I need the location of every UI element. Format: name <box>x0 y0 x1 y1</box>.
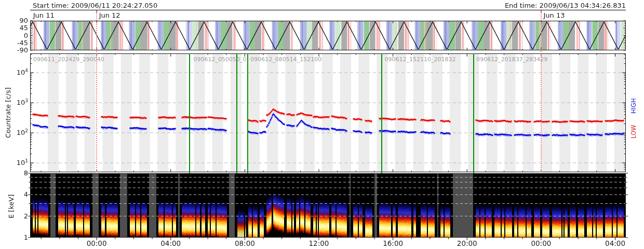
series-label-high: HIGH <box>630 98 637 114</box>
countrate-ytick-label: 103 <box>17 98 28 106</box>
scan-ytick-label: -45 <box>17 39 28 47</box>
file-name-label: 090612_152110_201832 <box>384 56 455 63</box>
date-label: Jun 13 <box>543 11 565 19</box>
file-boundary-line <box>473 53 474 173</box>
energy-ytick-label: 8 <box>24 169 28 177</box>
date-label: Jun 12 <box>99 11 120 19</box>
scan-ytick-label: 90 <box>19 17 28 24</box>
x-tick-label: 00:00 <box>87 239 107 247</box>
energy-ytick-label: 4 <box>24 190 28 198</box>
figure: Start time: 2009/06/11 20:24:27.050 End … <box>0 0 644 249</box>
file-boundary-line <box>236 53 237 173</box>
x-tick-label: 12:00 <box>309 239 329 247</box>
series-label-low: LOW <box>630 125 637 139</box>
date-label: Jun 11 <box>33 11 55 19</box>
file-boundary-line <box>189 53 190 173</box>
file-name-label: 090611_202429_290040 <box>33 56 104 63</box>
energy-ytick-label: 2 <box>24 212 28 220</box>
x-tick-label: 16:00 <box>383 239 403 247</box>
end-time-label: End time: 2009/06/13 04:34:26.831 <box>505 2 626 9</box>
x-tick-label: 04:00 <box>160 239 181 247</box>
energy-ytick-label: 1 <box>24 233 28 241</box>
file-name-label: 090612_050050_0 <box>194 56 247 63</box>
x-tick-label: 08:00 <box>235 239 255 247</box>
x-tick-label: 04:00 <box>605 239 625 247</box>
scan-ytick-label: 45 <box>19 24 28 32</box>
countrate-ytick-label: 101 <box>17 158 28 167</box>
x-tick-label: 00:00 <box>531 239 551 247</box>
file-boundary-line <box>381 53 382 173</box>
x-tick-label: 20:00 <box>457 239 477 247</box>
scan-ytick-label: -90 <box>17 46 28 54</box>
countrate-axis-title: Countrate [c/s] <box>4 87 12 138</box>
file-name-label: 090612_201837_283429 <box>476 56 547 63</box>
midnight-dotted-line <box>541 11 542 172</box>
file-boundary-line <box>247 53 248 173</box>
energy-axis-title: E [keV] <box>7 195 15 218</box>
scan-ytick-label: 0 <box>24 32 28 39</box>
start-time-label: Start time: 2009/06/11 20:24:27.050 <box>33 2 157 9</box>
countrate-ytick-label: 104 <box>17 68 28 76</box>
midnight-dotted-line <box>96 11 97 172</box>
countrate-ytick-label: 102 <box>17 128 28 136</box>
file-name-label: 090612_080514_152100 <box>250 56 321 63</box>
